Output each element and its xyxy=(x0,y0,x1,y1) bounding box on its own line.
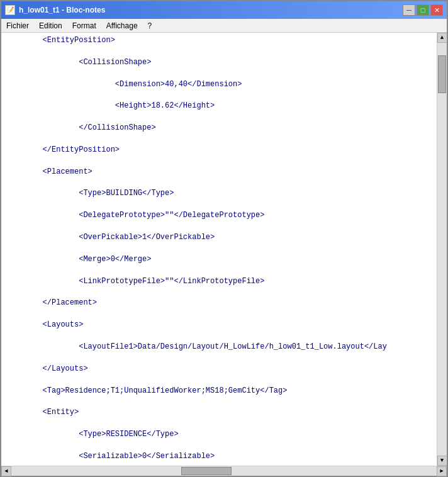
title-bar-left: 📝 h_low01_t1 - Bloc-notes xyxy=(5,5,105,15)
scroll-thumb-h[interactable] xyxy=(181,467,232,475)
scroll-right-arrow[interactable]: ► xyxy=(437,466,447,476)
scroll-down-arrow[interactable]: ▼ xyxy=(437,456,447,466)
vertical-scrollbar: ▲ ▼ xyxy=(437,33,447,466)
horizontal-scrollbar: ◄ ► xyxy=(1,466,447,476)
scroll-thumb-v[interactable] xyxy=(438,55,446,93)
scroll-left-arrow[interactable]: ◄ xyxy=(1,466,11,476)
scroll-up-arrow[interactable]: ▲ xyxy=(437,33,447,43)
title-bar: 📝 h_low01_t1 - Bloc-notes ─ □ ✕ xyxy=(1,1,447,19)
minimize-button[interactable]: ─ xyxy=(403,4,415,16)
menu-fichier[interactable]: Fichier xyxy=(1,20,34,31)
editor-content[interactable]: <EntityPosition> <CollisionShape> <Dimen… xyxy=(1,33,437,466)
editor-container: <EntityPosition> <CollisionShape> <Dimen… xyxy=(1,33,447,466)
app-icon: 📝 xyxy=(5,5,15,15)
scroll-track-v[interactable] xyxy=(437,43,447,456)
menu-help[interactable]: ? xyxy=(143,20,157,31)
main-window: 📝 h_low01_t1 - Bloc-notes ─ □ ✕ Fichier … xyxy=(0,0,448,477)
menu-affichage[interactable]: Affichage xyxy=(101,20,143,31)
close-button[interactable]: ✕ xyxy=(430,4,443,16)
bottom-area: ◄ ► xyxy=(1,466,447,476)
title-bar-buttons: ─ □ ✕ xyxy=(403,4,443,16)
menu-edition[interactable]: Edition xyxy=(34,20,67,31)
menu-bar: Fichier Edition Format Affichage ? xyxy=(1,19,447,33)
maximize-button[interactable]: □ xyxy=(417,4,429,16)
scroll-track-h[interactable] xyxy=(11,466,437,476)
menu-format[interactable]: Format xyxy=(67,20,101,31)
window-title: h_low01_t1 - Bloc-notes xyxy=(19,6,105,14)
